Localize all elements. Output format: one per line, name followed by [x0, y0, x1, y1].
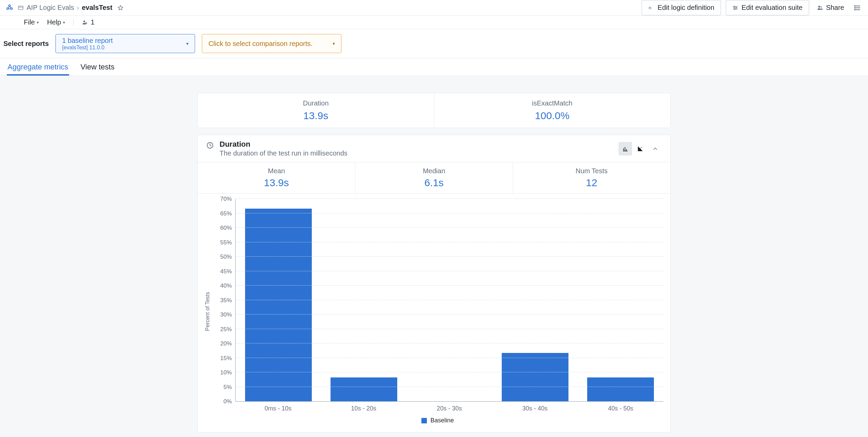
histogram-view-button[interactable] — [618, 142, 632, 156]
caret-down-icon: ▾ — [186, 41, 189, 46]
chart-xtick: 20s - 30s — [406, 402, 492, 412]
help-menu[interactable]: Help ▾ — [47, 18, 65, 26]
chart-bar[interactable] — [587, 377, 654, 401]
chart-ytick: 20% — [212, 340, 235, 347]
baseline-report-selector[interactable]: 1 baseline report [evalsTest] 11.0.0 ▾ — [55, 34, 195, 53]
chart-xtick: 30s - 40s — [492, 402, 578, 412]
chart-legend: Baseline — [212, 417, 663, 424]
share-button[interactable]: Share — [814, 2, 847, 14]
svg-point-17 — [641, 147, 642, 148]
stat-mean: Mean 13.9s — [198, 162, 355, 193]
caret-down-icon: ▾ — [333, 41, 335, 46]
chart-ytick: 10% — [212, 369, 235, 376]
duration-card-title: Duration — [220, 140, 348, 149]
svg-point-2 — [9, 5, 10, 6]
chart-ytick: 0% — [212, 398, 235, 405]
chart-ytick: 60% — [212, 225, 235, 231]
presence-count: 1 — [91, 18, 94, 26]
stat-median-label: Median — [355, 167, 513, 175]
breadcrumb-parent[interactable]: AIP Logic Evals — [27, 4, 74, 12]
function-icon: fx — [648, 5, 654, 11]
summary-exact-label: isExactMatch — [434, 99, 671, 107]
duration-histogram-chart: 0%5%10%15%20%25%30%35%40%45%50%55%60%65%… — [212, 199, 663, 424]
chart-ytick: 30% — [212, 311, 235, 318]
svg-point-5 — [734, 6, 735, 7]
svg-point-13 — [83, 20, 85, 22]
stat-numtests-label: Num Tests — [513, 167, 670, 175]
stat-numtests-value: 12 — [513, 177, 670, 189]
chart-ytick: 55% — [212, 239, 235, 246]
chart-ytick: 5% — [212, 384, 235, 391]
baseline-report-subtitle: [evalsTest] 11.0.0 — [62, 45, 113, 51]
svg-point-8 — [818, 6, 820, 7]
app-logo-icon[interactable] — [5, 3, 14, 13]
stat-numtests: Num Tests 12 — [513, 162, 670, 193]
stat-median-value: 6.1s — [355, 177, 513, 189]
summary-cards: Duration 13.9s isExactMatch 100.0% — [197, 93, 671, 128]
chart-ytick: 40% — [212, 282, 235, 289]
stat-median: Median 6.1s — [355, 162, 513, 193]
edit-eval-label: Edit evaluation suite — [742, 4, 803, 12]
legend-label-baseline: Baseline — [430, 417, 454, 424]
baseline-report-title: 1 baseline report — [62, 37, 113, 45]
chart-ytick: 65% — [212, 210, 235, 217]
collapse-card-button[interactable] — [648, 142, 662, 156]
help-menu-label: Help — [47, 18, 61, 26]
overflow-menu-icon[interactable] — [852, 2, 863, 14]
tab-view-tests[interactable]: View tests — [80, 59, 115, 76]
chart-ytick: 45% — [212, 268, 235, 275]
summary-exact-match[interactable]: isExactMatch 100.0% — [434, 93, 671, 128]
chart-y-axis-label: Percent of Tests — [205, 292, 211, 331]
chart-ytick: 25% — [212, 326, 235, 333]
presence-icon — [82, 19, 89, 26]
select-reports-label: Select reports — [3, 40, 49, 48]
edit-evaluation-suite-button[interactable]: Edit evaluation suite — [726, 0, 809, 15]
svg-rect-3 — [18, 6, 23, 10]
edit-logic-definition-button[interactable]: fx Edit logic definition — [642, 0, 721, 15]
comparison-report-selector[interactable]: Click to select comparison reports. ▾ — [202, 34, 341, 53]
edit-logic-label: Edit logic definition — [658, 4, 714, 12]
chart-xtick: 10s - 20s — [321, 402, 407, 412]
scatter-view-button[interactable] — [633, 142, 647, 156]
file-menu[interactable]: File ▾ — [24, 18, 39, 26]
chart-xtick: 0ms - 10s — [235, 402, 321, 412]
breadcrumb-current[interactable]: evalsTest — [82, 4, 112, 12]
svg-point-6 — [736, 7, 737, 8]
summary-duration[interactable]: Duration 13.9s — [198, 93, 434, 128]
favorite-star-icon[interactable] — [117, 4, 124, 11]
sliders-icon — [732, 5, 738, 11]
menu-divider — [73, 19, 74, 26]
clock-icon — [206, 141, 214, 149]
breadcrumb: AIP Logic Evals › evalsTest — [18, 4, 124, 12]
breadcrumb-separator: › — [77, 4, 79, 12]
svg-point-16 — [640, 148, 641, 149]
svg-point-12 — [855, 9, 855, 10]
svg-point-15 — [639, 149, 640, 150]
caret-down-icon: ▾ — [37, 20, 39, 25]
chart-bar[interactable] — [502, 353, 568, 401]
duration-card-desc: The duration of the test run in millisec… — [220, 149, 348, 157]
chart-xtick: 40s - 50s — [578, 402, 663, 412]
workspace-icon — [18, 5, 24, 11]
caret-down-icon: ▾ — [63, 20, 65, 25]
svg-point-9 — [820, 6, 822, 7]
svg-point-10 — [855, 5, 855, 6]
duration-card: Duration The duration of the test run in… — [197, 135, 671, 433]
legend-swatch-baseline — [421, 418, 427, 423]
share-label: Share — [826, 4, 844, 12]
chart-bar[interactable] — [331, 377, 397, 401]
summary-duration-label: Duration — [198, 99, 434, 107]
file-menu-label: File — [24, 18, 35, 26]
chart-ytick: 35% — [212, 297, 235, 304]
chart-bar[interactable] — [245, 209, 312, 401]
svg-text:fx: fx — [648, 5, 652, 10]
svg-point-7 — [734, 9, 735, 10]
comparison-placeholder: Click to select comparison reports. — [208, 40, 312, 48]
summary-exact-value: 100.0% — [434, 110, 671, 122]
stat-mean-label: Mean — [198, 167, 355, 175]
chart-ytick: 15% — [212, 355, 235, 362]
chart-ytick: 50% — [212, 254, 235, 260]
presence-indicator[interactable]: 1 — [82, 18, 94, 26]
tab-aggregate-metrics[interactable]: Aggregate metrics — [7, 59, 69, 76]
stat-mean-value: 13.9s — [198, 177, 355, 189]
